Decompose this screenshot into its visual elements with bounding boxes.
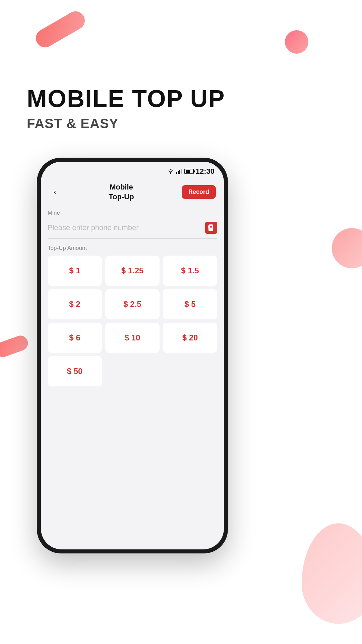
contacts-book-icon (207, 224, 215, 231)
svg-rect-10 (208, 226, 209, 227)
contacts-icon[interactable] (205, 222, 217, 234)
wifi-icon (167, 169, 174, 174)
app-header: ‹ Mobile Top-Up Record (41, 178, 224, 207)
deco-blob-bottom-right (302, 523, 362, 624)
svg-rect-4 (181, 169, 182, 174)
mine-label: Mine (48, 210, 217, 216)
back-chevron-icon: ‹ (54, 188, 56, 197)
amount-last-row: $ 50 (48, 356, 217, 386)
signal-icon (176, 169, 182, 174)
svg-point-0 (170, 173, 171, 174)
phone-input-placeholder[interactable]: Please enter phone number (48, 223, 205, 232)
sub-title: FAST & EASY (27, 116, 225, 131)
deco-slash (33, 8, 88, 51)
amount-button-1-5[interactable]: $ 1.5 (163, 256, 217, 286)
battery-icon (184, 169, 194, 174)
title-section: MOBILE TOP UP FAST & EASY (27, 86, 225, 131)
deco-circle-right (332, 228, 362, 268)
amount-button-5[interactable]: $ 5 (163, 289, 217, 319)
status-icons: 12:30 (167, 167, 215, 176)
phone-input-row: Please enter phone number (48, 218, 217, 239)
phone-frame: 12:30 ‹ Mobile Top-Up Record Mine Pl (37, 158, 228, 553)
status-time: 12:30 (196, 167, 215, 176)
topup-section: Top-Up Amount $ 1 $ 1.25 $ 1.5 $ 2 $ 2.5… (48, 245, 217, 390)
back-button[interactable]: ‹ (49, 186, 61, 198)
amount-button-50[interactable]: $ 50 (48, 356, 102, 386)
amount-button-10[interactable]: $ 10 (105, 323, 160, 353)
svg-rect-11 (208, 227, 209, 228)
record-button[interactable]: Record (182, 185, 216, 199)
amount-button-6[interactable]: $ 6 (48, 323, 102, 353)
deco-pill-left (0, 333, 30, 359)
phone-screen: 12:30 ‹ Mobile Top-Up Record Mine Pl (41, 162, 224, 549)
amount-button-20[interactable]: $ 20 (163, 323, 217, 353)
deco-circle-top (285, 30, 308, 54)
app-content: Mine Please enter phone number (41, 207, 224, 390)
svg-rect-3 (179, 170, 180, 174)
status-bar: 12:30 (41, 162, 224, 178)
phone-container: 12:30 ‹ Mobile Top-Up Record Mine Pl (37, 158, 228, 580)
amount-button-2[interactable]: $ 2 (48, 289, 102, 319)
amount-button-2-5[interactable]: $ 2.5 (105, 289, 160, 319)
amount-button-1[interactable]: $ 1 (48, 256, 102, 286)
amount-grid: $ 1 $ 1.25 $ 1.5 $ 2 $ 2.5 $ 5 $ 6 $ 10 … (48, 256, 217, 353)
svg-rect-1 (176, 172, 177, 174)
header-title: Mobile Top-Up (109, 182, 134, 202)
main-title: MOBILE TOP UP (27, 86, 225, 112)
header-title-line1: Mobile (109, 182, 134, 192)
topup-label: Top-Up Amount (48, 245, 217, 252)
amount-button-1-25[interactable]: $ 1.25 (105, 256, 160, 286)
header-title-line2: Top-Up (109, 192, 134, 202)
svg-rect-12 (208, 229, 209, 229)
svg-rect-2 (178, 171, 179, 174)
